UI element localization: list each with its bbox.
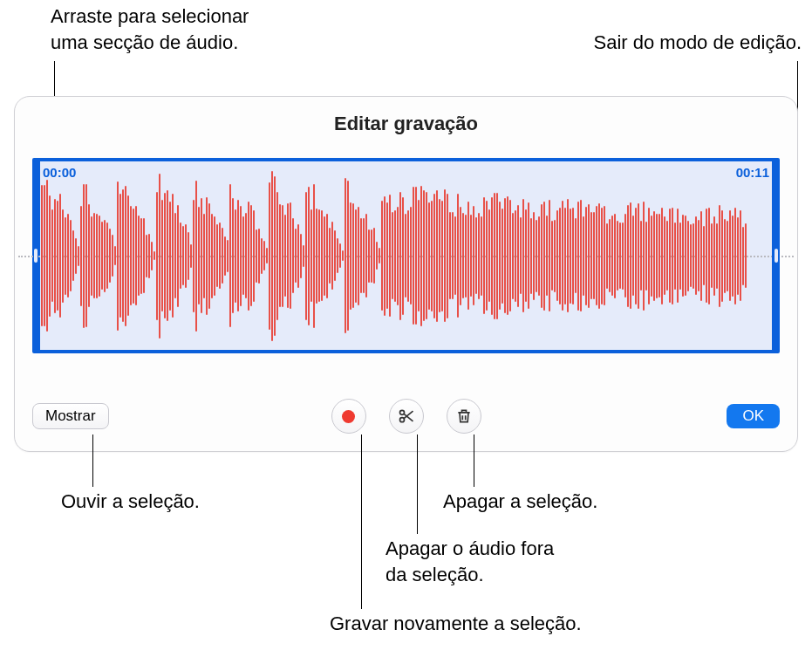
preview-button[interactable]: Mostrar [32,403,109,429]
waveform-selection[interactable]: 00:00 00:11 [32,158,780,353]
edit-toolbar: Mostrar OK [32,399,780,434]
callout-listen: Ouvir a seleção. [61,489,200,515]
record-button[interactable] [331,399,366,434]
selection-handle-right[interactable] [774,249,778,263]
svg-point-1 [399,418,404,422]
trash-icon [455,407,473,425]
delete-button[interactable] [447,399,481,434]
panel-title: Editar gravação [15,97,797,135]
record-icon [342,410,355,423]
waveform[interactable] [41,170,771,341]
selection-handle-left[interactable] [34,249,38,263]
callout-line [361,434,362,609]
edit-recording-panel: Editar gravação 00:00 00:11 Mostrar [14,96,798,452]
selection-time-start: 00:00 [43,165,76,180]
callout-exit-edit: Sair do modo de edição. [594,30,802,56]
callout-line [417,434,418,534]
selection-time-end: 00:11 [736,165,769,180]
callout-line [92,434,93,487]
scissors-icon [398,407,415,425]
svg-point-0 [399,410,404,414]
callout-drag-select: Arraste para selecionar uma secção de áu… [51,3,249,55]
trim-button[interactable] [389,399,424,434]
callout-rerecord: Gravar novamente a seleção. [330,611,582,637]
callout-line [474,434,474,487]
callout-delete-selection: Apagar a seleção. [443,489,597,515]
ok-button[interactable]: OK [727,404,780,428]
center-controls [331,399,481,434]
callout-delete-outside: Apagar o áudio fora da seleção. [386,536,554,587]
